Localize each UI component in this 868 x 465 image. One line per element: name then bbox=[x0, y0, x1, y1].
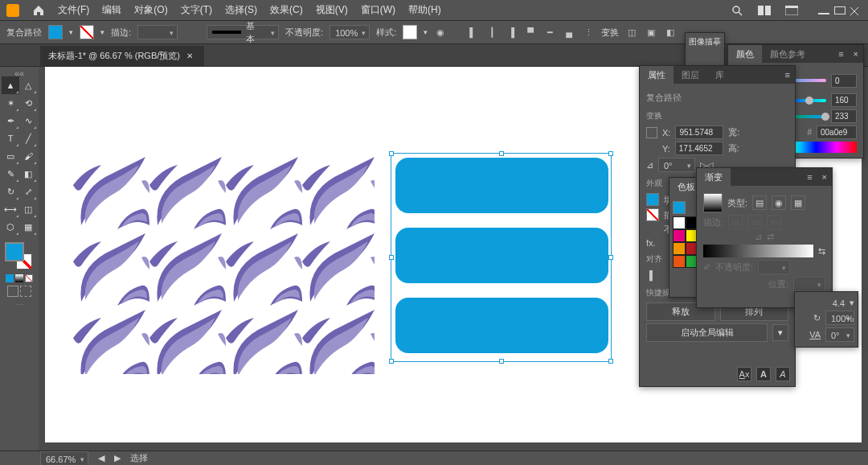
gradient-tab[interactable]: 渐变 bbox=[697, 168, 731, 187]
align-left-icon[interactable]: ▌ bbox=[646, 269, 659, 282]
rectangle-tool-icon[interactable]: ▭ bbox=[2, 147, 19, 165]
char-italic-icon[interactable]: A bbox=[776, 367, 790, 381]
paintbrush-tool-icon[interactable]: 🖌 bbox=[19, 147, 37, 165]
stroke-swatch[interactable] bbox=[80, 25, 94, 39]
brush-profile-dropdown[interactable]: 基本 bbox=[207, 25, 279, 39]
char-bold-icon[interactable]: A bbox=[756, 367, 771, 381]
stroke-weight-dropdown[interactable] bbox=[137, 25, 178, 39]
b-input[interactable] bbox=[831, 109, 857, 123]
menu-select[interactable]: 选择(S) bbox=[225, 3, 257, 17]
freeform-gradient-icon[interactable]: ▦ bbox=[791, 195, 805, 210]
panel-menu-icon[interactable]: ≡ bbox=[780, 70, 795, 80]
flip-gradient-icon[interactable]: ⇄ bbox=[767, 232, 774, 242]
char-angle-dropdown[interactable]: 0° bbox=[825, 327, 854, 342]
mask-icon[interactable]: ◧ bbox=[664, 26, 677, 39]
selection-handle[interactable] bbox=[499, 359, 504, 364]
swatch-item[interactable] bbox=[673, 216, 686, 229]
linear-gradient-icon[interactable]: ▤ bbox=[752, 195, 767, 210]
reverse-gradient-icon[interactable]: ⇆ bbox=[818, 246, 825, 257]
gradient-preview[interactable] bbox=[703, 193, 723, 212]
angle-dropdown[interactable]: 0° bbox=[658, 158, 695, 172]
lasso-tool-icon[interactable]: ⟲ bbox=[19, 94, 37, 112]
menu-help[interactable]: 帮助(H) bbox=[408, 3, 441, 17]
g-input[interactable] bbox=[831, 93, 857, 107]
opacity-dropdown[interactable]: 100% bbox=[330, 25, 370, 39]
libraries-tab[interactable]: 库 bbox=[707, 66, 732, 84]
eraser-tool-icon[interactable]: ◧ bbox=[19, 165, 37, 183]
panel-close-icon[interactable]: × bbox=[817, 172, 832, 182]
recolor-icon[interactable]: ◉ bbox=[434, 26, 447, 39]
selection-bounds[interactable] bbox=[391, 153, 612, 362]
magic-wand-tool-icon[interactable]: ✶ bbox=[2, 94, 19, 112]
color-tab[interactable]: 颜色 bbox=[728, 45, 762, 64]
menu-file[interactable]: 文件(F) bbox=[58, 3, 89, 17]
align-hcenter-icon[interactable]: ┃ bbox=[485, 26, 498, 39]
global-edit-more-icon[interactable]: ▾ bbox=[772, 324, 788, 341]
pen-tool-icon[interactable]: ✒ bbox=[2, 112, 19, 130]
zoom-dropdown[interactable]: 66.67% bbox=[40, 451, 88, 466]
menu-window[interactable]: 窗口(W) bbox=[361, 3, 395, 17]
selection-handle[interactable] bbox=[389, 359, 394, 364]
color-guide-tab[interactable]: 颜色参考 bbox=[762, 45, 813, 64]
panel-menu-icon[interactable]: ≡ bbox=[802, 172, 817, 182]
fx-label[interactable]: fx. bbox=[646, 238, 656, 248]
selection-handle[interactable] bbox=[389, 151, 394, 156]
selection-handle[interactable] bbox=[608, 255, 613, 260]
radial-gradient-icon[interactable]: ◉ bbox=[772, 195, 786, 210]
pattern-artwork[interactable] bbox=[73, 153, 375, 374]
isolate-icon[interactable]: ▣ bbox=[645, 26, 657, 39]
panel-close-icon[interactable]: × bbox=[849, 49, 863, 59]
align-bottom-icon[interactable]: ▄ bbox=[563, 26, 575, 39]
hex-input[interactable] bbox=[817, 126, 857, 139]
selection-handle[interactable] bbox=[608, 151, 613, 156]
direct-selection-tool-icon[interactable]: △ bbox=[19, 76, 37, 94]
toolbar-handle-icon[interactable]: «« bbox=[2, 68, 37, 76]
distribute-icon[interactable]: ⋮ bbox=[582, 26, 595, 39]
draw-normal-icon[interactable] bbox=[7, 286, 18, 297]
document-tab[interactable]: 未标题-1* @ 66.67 % (RGB/预览) ✕ bbox=[40, 46, 204, 66]
image-trace-panel[interactable]: 图像描摹 bbox=[685, 32, 725, 66]
rounded-rect-shape[interactable] bbox=[395, 298, 608, 353]
transform-label[interactable]: 变换 bbox=[601, 27, 619, 39]
image-trace-tab[interactable]: 图像描摹 bbox=[686, 33, 724, 51]
line-tool-icon[interactable]: ╱ bbox=[19, 130, 37, 147]
home-icon[interactable] bbox=[32, 4, 45, 17]
selection-tool-icon[interactable]: ▲ bbox=[2, 76, 19, 94]
menu-edit[interactable]: 编辑 bbox=[102, 3, 121, 17]
color-mode-icon[interactable] bbox=[6, 274, 14, 282]
layers-tab[interactable]: 图层 bbox=[674, 66, 707, 84]
panel-menu-icon[interactable]: ≡ bbox=[833, 49, 848, 59]
shape-builder-tool-icon[interactable]: ⬡ bbox=[2, 218, 19, 236]
nav-next-icon[interactable]: ▶ bbox=[114, 453, 121, 463]
width-tool-icon[interactable]: ⟷ bbox=[2, 200, 19, 218]
shape-mode-icon[interactable]: ◫ bbox=[625, 26, 638, 39]
global-edit-button[interactable]: 启动全局编辑 bbox=[646, 323, 768, 342]
align-left-icon[interactable]: ▌ bbox=[466, 26, 479, 39]
reference-point-icon[interactable] bbox=[646, 127, 657, 138]
menu-view[interactable]: 视图(V) bbox=[316, 3, 348, 17]
type-tool-icon[interactable]: T bbox=[2, 130, 19, 147]
swatch-fill-icon[interactable] bbox=[673, 201, 686, 214]
align-right-icon[interactable]: ▐ bbox=[505, 26, 518, 39]
selection-handle[interactable] bbox=[499, 151, 504, 156]
stroke-swatch-small[interactable] bbox=[646, 208, 659, 221]
selection-handle[interactable] bbox=[608, 359, 613, 364]
scale-tool-icon[interactable]: ⤢ bbox=[19, 183, 37, 200]
swatch-item[interactable] bbox=[673, 242, 686, 255]
graphic-style-swatch[interactable] bbox=[403, 25, 417, 39]
menu-effect[interactable]: 效果(C) bbox=[270, 3, 303, 17]
align-vcenter-icon[interactable]: ━ bbox=[543, 26, 556, 39]
y-input[interactable] bbox=[675, 142, 723, 155]
eyedropper-icon[interactable]: ✐ bbox=[703, 262, 710, 273]
nav-prev-icon[interactable]: ◀ bbox=[98, 453, 104, 463]
rounded-rect-shape[interactable] bbox=[395, 228, 608, 283]
char-percent-dropdown[interactable]: 100% bbox=[825, 311, 854, 325]
swatch-item[interactable] bbox=[673, 229, 686, 242]
swatch-item[interactable] bbox=[673, 255, 686, 268]
rounded-rect-shape[interactable] bbox=[395, 158, 608, 213]
draw-behind-icon[interactable] bbox=[20, 286, 31, 297]
properties-tab[interactable]: 属性 bbox=[640, 66, 674, 84]
curvature-tool-icon[interactable]: ∿ bbox=[19, 112, 37, 130]
gradient-bar[interactable] bbox=[703, 245, 813, 257]
search-icon[interactable] bbox=[730, 3, 744, 18]
